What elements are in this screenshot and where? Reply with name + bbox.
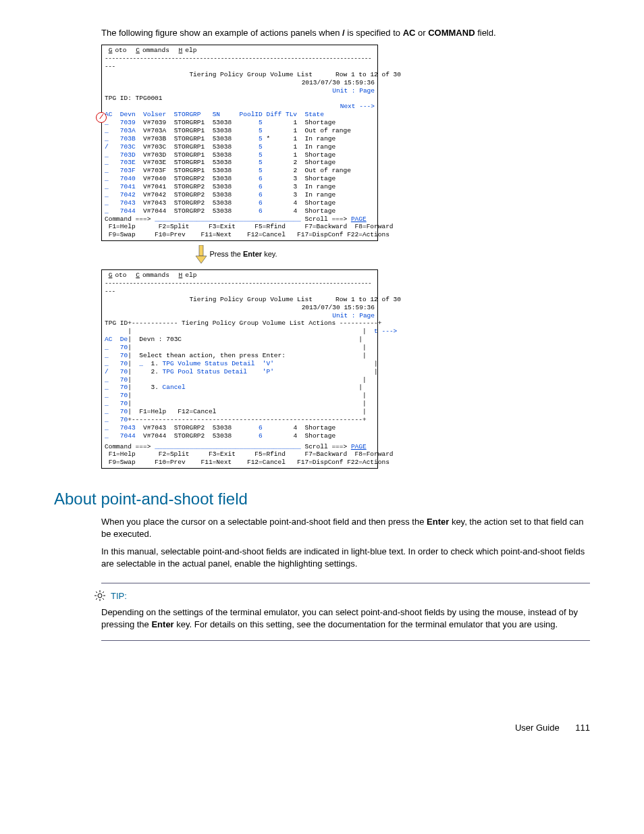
popup-opt2[interactable]: / 70| 2. TPG Pool Status Detail 'P' | [105, 368, 375, 376]
title-row: Tiering Policy Group Volume List Row 1 t… [105, 296, 375, 304]
menu-commands[interactable]: Commands [136, 47, 172, 54]
table-row[interactable]: _ 7040 V#7040 STORGRP2 53038 6 3 Shortag… [105, 175, 375, 183]
svg-point-2 [98, 594, 102, 598]
table-row[interactable]: _ 7042 V#7042 STORGRP2 53038 6 3 In rang… [105, 191, 375, 199]
divider: ----------------------------------------… [105, 280, 375, 296]
fkeys-1: F1=Help F2=Split F3=Exit F5=Rfind F7=Bac… [105, 450, 375, 459]
tip-text: Depending on the settings of the termina… [101, 606, 590, 631]
timestamp: 2013/07/30 15:59:36 [105, 79, 375, 87]
table-row[interactable]: _ 7039 V#7039 STORGRP1 53038 5 1 Shortag… [105, 119, 375, 127]
intro-paragraph: The following figure show an example of … [101, 27, 590, 39]
arrow-text2: key. [262, 250, 277, 258]
arrow-caption: Press the Enter key. [101, 245, 371, 264]
title-row: Tiering Policy Group Volume List Row 1 t… [105, 71, 375, 79]
fkeys-2: F9=Swap F10=Prev F11=Next F12=Cancel F17… [105, 231, 375, 239]
command-line[interactable]: Command ===> ___________________________… [105, 443, 375, 451]
next-link[interactable]: Next ---> [105, 103, 375, 111]
panel-2: Goto Commands Help ---------------------… [101, 269, 378, 469]
menubar: Goto Commands Help [105, 47, 375, 55]
tip-label: TIP: [111, 591, 127, 601]
arrow-text: Press the [209, 250, 243, 258]
panel-1: / Goto Commands Help -------------------… [101, 45, 378, 241]
arrow-enter: Enter [243, 250, 262, 258]
table-row[interactable]: _ 7043 V#7043 STORGRP2 53038 6 4 Shortag… [105, 199, 375, 207]
intro-text3: field. [475, 28, 496, 38]
table-row[interactable]: _ 703B V#703B STORGRP1 53038 5 * 1 In ra… [105, 135, 375, 143]
divider: ----------------------------------------… [105, 55, 375, 71]
popup-bottom: _ 70+-----------------------------------… [105, 416, 375, 424]
footer-guide: User Guide [515, 723, 560, 733]
tpg-id: TPG ID: TPG0001 [105, 95, 375, 103]
page-number: 111 [575, 723, 590, 733]
para-1: When you place the cursor on a selectabl… [101, 516, 590, 540]
table-row[interactable]: _ 7043 V#7043 STORGRP2 53038 6 4 Shortag… [105, 424, 375, 432]
table-row[interactable]: _ 703F V#703F STORGRP1 53038 5 2 Out of … [105, 167, 375, 175]
table-row[interactable]: _ 703D V#703D STORGRP1 53038 5 1 Shortag… [105, 151, 375, 159]
tip-box: TIP: Depending on the settings of the te… [101, 583, 590, 642]
popup-line: _ 70| | [105, 392, 375, 400]
fkeys-1: F1=Help F2=Split F3=Exit F5=Rfind F7=Bac… [105, 223, 375, 231]
header-row: AC Devn Volser STORGRP SN PoolID Diff TL… [105, 111, 375, 119]
intro-command: COMMAND [428, 28, 475, 38]
table-row[interactable]: _ 7044 V#7044 STORGRP2 53038 6 4 Shortag… [105, 432, 375, 440]
menu-commands[interactable]: Commands [136, 271, 172, 279]
popup-line: | | t ---> [105, 328, 375, 336]
popup-opt1[interactable]: _ 70| _ 1. TPG Volume Status Detail 'V' … [105, 360, 375, 368]
table-row[interactable]: _ 7041 V#7041 STORGRP2 53038 6 3 In rang… [105, 183, 375, 191]
popup-line: _ 70| | [105, 376, 375, 384]
menu-help[interactable]: Help [179, 271, 200, 279]
table-row[interactable]: _ 703A V#703A STORGRP1 53038 5 1 Out of … [105, 127, 375, 135]
menu-goto[interactable]: Goto [109, 47, 130, 54]
menubar: Goto Commands Help [105, 271, 375, 280]
popup-line: _ 70| | [105, 400, 375, 408]
table-row[interactable]: / 703C V#703C STORGRP1 53038 5 1 In rang… [105, 143, 375, 151]
popup-top: TPG ID+------------ Tiering Policy Group… [105, 319, 375, 328]
unit-line: Unit : Page [105, 312, 375, 320]
footer: User Guide 111 [54, 722, 590, 734]
popup-fkeys: _ 70| F1=Help F12=Cancel | [105, 408, 375, 416]
intro-ac: AC [403, 28, 416, 38]
svg-line-7 [96, 592, 97, 593]
table-row[interactable]: _ 703E V#703E STORGRP1 53038 5 2 Shortag… [105, 159, 375, 167]
svg-line-8 [103, 598, 104, 600]
svg-marker-1 [196, 256, 207, 263]
timestamp: 2013/07/30 15:59:36 [105, 304, 375, 312]
popup-opt3[interactable]: _ 70| 3. Cancel | [105, 384, 375, 392]
command-line[interactable]: Command ===> ___________________________… [105, 215, 375, 224]
svg-line-10 [103, 592, 104, 593]
tip-icon [95, 590, 105, 601]
svg-rect-0 [199, 245, 203, 256]
svg-line-9 [96, 598, 97, 600]
intro-or: or [415, 28, 428, 38]
intro-text2: is specified to [345, 28, 403, 38]
popup-line: _ 70| Select thean action, then press En… [105, 352, 375, 360]
popup-line: _ 70| | [105, 344, 375, 352]
fkeys-2: F9=Swap F10=Prev F11=Next F12=Cancel F17… [105, 459, 375, 467]
down-arrow-icon [195, 245, 207, 264]
para-2: In this manual, selectable point-and-sho… [101, 546, 590, 570]
menu-goto[interactable]: Goto [109, 271, 130, 279]
menu-help[interactable]: Help [179, 47, 200, 54]
table-row[interactable]: _ 7044 V#7044 STORGRP2 53038 6 4 Shortag… [105, 207, 375, 215]
popup-line: AC De| Devn : 703C | [105, 336, 375, 344]
unit-line: Unit : Page [105, 87, 375, 95]
section-heading: About point-and-shoot field [54, 488, 590, 511]
intro-text: The following figure show an example of … [101, 28, 342, 38]
